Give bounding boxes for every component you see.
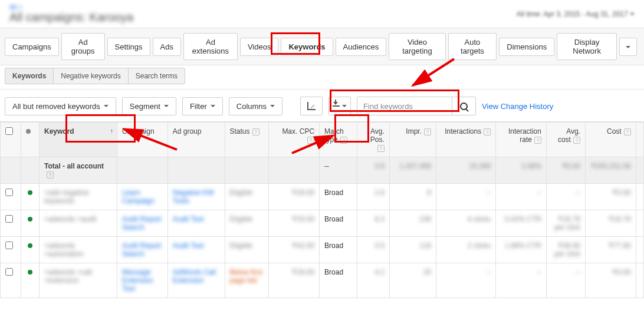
col-adgroup[interactable]: Ad group (167, 123, 225, 157)
total-pos: 3.6 (374, 162, 385, 170)
chart-toggle-button[interactable] (300, 97, 323, 115)
col-matchtype[interactable]: Match type? (320, 123, 357, 157)
tab-keywords[interactable]: Keywords (281, 38, 333, 56)
tab-audiences[interactable]: Audiences (336, 38, 387, 56)
scope-filter-dropdown[interactable]: All but removed keywords (5, 97, 116, 115)
help-icon[interactable]: ? (484, 128, 491, 135)
cell-adgroup[interactable]: AdWords Call Extension (173, 268, 216, 285)
cell-cost: ₹0.00 (612, 189, 630, 197)
cell-keyword[interactable]: +adwords +audit (44, 215, 97, 223)
table-row: +adwords +auditAudit Report SearchAudit … (1, 210, 644, 237)
tab-dimensions[interactable]: Dimensions (499, 38, 554, 56)
cell-adgroup[interactable]: Audit Tool (173, 242, 203, 250)
keywords-table-wrap: Keyword↑ Campaign Ad group Status? Max. … (0, 121, 644, 298)
help-icon[interactable]: ? (424, 128, 431, 135)
help-icon[interactable]: ? (47, 171, 54, 179)
cell-status: Eligible (230, 242, 253, 250)
col-maxcpc[interactable]: Max. CPC? (269, 123, 320, 157)
table-row: +adwords +call +extensionMessage Extensi… (1, 263, 644, 298)
cell-status: Below first page bid (230, 268, 262, 285)
tab-ads[interactable]: Ads (153, 38, 181, 56)
cell-rate: 1.68% CTR (505, 242, 541, 250)
date-range-picker[interactable]: All time: Apr 3, 2015 - Aug 31, 2017 (517, 10, 635, 18)
cell-matchtype: Broad (320, 184, 357, 210)
search-input[interactable] (357, 97, 452, 115)
cell-inter: -- (486, 189, 491, 197)
subtab-negative-keywords[interactable]: Negative keywords (54, 68, 128, 84)
cell-keyword[interactable]: +adwords +automation (44, 242, 83, 258)
col-campaign[interactable]: Campaign (117, 123, 167, 157)
col-interactions[interactable]: Interactions? (436, 123, 496, 157)
download-button[interactable] (328, 97, 351, 115)
cell-keyword[interactable]: +adwords +call +extension (44, 268, 92, 285)
status-dot-icon (28, 243, 32, 248)
tab-videos[interactable]: Videos (240, 38, 279, 56)
cell-campaign[interactable]: Message Extension Tool (122, 268, 153, 293)
chevron-down-icon (211, 105, 215, 107)
tab-settings[interactable]: Settings (107, 38, 150, 56)
subtab-search-terms[interactable]: Search terms (129, 68, 185, 84)
tab-more[interactable] (619, 38, 637, 56)
tab-adext[interactable]: Ad extensions (183, 33, 238, 60)
chevron-down-icon (104, 105, 109, 107)
cell-adgroup[interactable]: Audit Tool (173, 215, 203, 223)
cell-cost: ₹16.78 (609, 215, 631, 223)
help-icon[interactable]: ? (252, 128, 259, 135)
help-icon[interactable]: ? (534, 137, 541, 144)
cell-campaign[interactable]: Audit Report Search (122, 242, 162, 258)
cell-cpc: ₹42.00 (292, 242, 314, 250)
help-icon[interactable]: ? (307, 137, 314, 144)
cell-adgroup[interactable]: Negative KW Tools (173, 189, 214, 205)
help-icon[interactable]: ? (377, 145, 385, 152)
search-icon (460, 103, 468, 110)
cell-campaign[interactable]: Learn Campaign (122, 189, 155, 205)
tab-autotarg[interactable]: Auto targets (448, 33, 497, 60)
columns-dropdown[interactable]: Columns (229, 97, 282, 115)
chevron-down-icon (342, 105, 347, 107)
cell-matchtype: Broad (320, 210, 357, 237)
col-avgcost[interactable]: Avg. cost? (546, 123, 585, 157)
cell-rate: -- (537, 268, 541, 276)
help-icon[interactable]: ? (340, 137, 347, 144)
chevron-down-icon (270, 105, 275, 107)
col-impr[interactable]: Impr.? (389, 123, 436, 157)
view-change-history-link[interactable]: View Change History (482, 102, 553, 111)
segment-dropdown[interactable]: Segment (122, 97, 176, 115)
breadcrumb[interactable]: All > (9, 4, 133, 11)
tab-campaigns[interactable]: Campaigns (5, 38, 59, 56)
status-dot-icon (28, 190, 32, 195)
col-cost[interactable]: Cost? (585, 123, 636, 157)
subtab-keywords[interactable]: Keywords (5, 68, 54, 84)
tab-adgroups[interactable]: Ad groups (61, 33, 105, 60)
cell-campaign[interactable]: Audit Report Search (122, 215, 162, 232)
tab-videotarg[interactable]: Video targeting (389, 33, 445, 60)
table-row: +add negative keywordsLearn CampaignNega… (1, 184, 644, 210)
breadcrumb-area: All > All campaigns: Karooya (9, 4, 133, 24)
col-status[interactable]: Status? (225, 123, 269, 157)
row-checkbox[interactable] (5, 189, 13, 196)
search-button[interactable] (452, 97, 475, 115)
tab-display[interactable]: Display Network (557, 33, 617, 60)
row-checkbox[interactable] (5, 242, 13, 249)
header-status-dot[interactable] (21, 123, 40, 157)
cell-cpc: ₹28.00 (292, 189, 314, 197)
filter-dropdown[interactable]: Filter (182, 97, 223, 115)
col-more (636, 123, 643, 157)
help-icon[interactable]: ? (624, 128, 631, 135)
total-label: Total - all account? (39, 157, 117, 184)
cell-avgcost: ₹38.90 per click (554, 242, 580, 258)
download-icon (333, 105, 340, 107)
col-keyword[interactable]: Keyword↑ (39, 123, 117, 157)
cell-avgcost: ₹16.78 per click (554, 215, 580, 232)
cell-matchtype: Broad (320, 237, 357, 263)
search-box (357, 97, 476, 115)
help-icon[interactable]: ? (573, 137, 580, 144)
cell-avgcost: -- (576, 268, 580, 276)
cell-keyword[interactable]: +add negative keywords (44, 189, 89, 205)
col-avgpos[interactable]: Avg. Pos.? (357, 123, 389, 157)
select-all-checkbox[interactable] (5, 127, 13, 135)
status-dot-icon (26, 129, 31, 134)
row-checkbox[interactable] (5, 268, 13, 276)
col-interactionrate[interactable]: Interaction rate? (496, 123, 547, 157)
row-checkbox[interactable] (5, 215, 13, 223)
